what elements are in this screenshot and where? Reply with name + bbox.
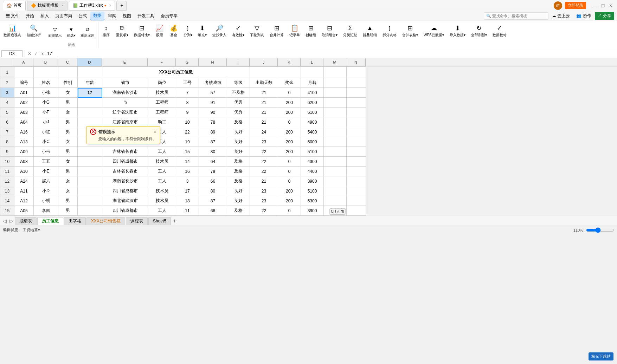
- cell-n10[interactable]: [347, 157, 366, 167]
- add-tab-btn[interactable]: +: [116, 1, 127, 11]
- cell-h15[interactable]: 66: [199, 206, 227, 216]
- menu-devtools[interactable]: 开发工具: [135, 12, 157, 20]
- menu-data[interactable]: 数据: [90, 12, 104, 20]
- cell-i7[interactable]: 良好: [227, 127, 250, 137]
- cell-b10[interactable]: 王五: [34, 157, 58, 167]
- cell-e4[interactable]: 市: [102, 98, 148, 108]
- col-header-m[interactable]: M: [323, 58, 346, 66]
- cell-b4[interactable]: 小G: [34, 98, 58, 108]
- cell-j10[interactable]: 22: [250, 157, 278, 167]
- ribbon-data-verify[interactable]: ✓ 数据校对: [490, 22, 509, 40]
- cell-e6[interactable]: 江苏省南京市: [102, 117, 148, 127]
- cell-d3[interactable]: 17: [78, 88, 102, 98]
- cell-e9[interactable]: 吉林省长春市: [102, 147, 148, 157]
- ribbon-split-column[interactable]: ⫿ 分列▾: [181, 22, 194, 40]
- sheet-tab-grid[interactable]: 田字格: [64, 217, 86, 225]
- tab-workbook[interactable]: 📗 工作簿3.xlsx ● ×: [69, 1, 115, 11]
- tab-template[interactable]: 🔶 找板壳模板 ×: [27, 1, 68, 11]
- cell-h14[interactable]: 87: [199, 196, 227, 206]
- ribbon-pivot-table[interactable]: 📊 数据透视表: [1, 22, 23, 40]
- cell-c9[interactable]: 男: [58, 147, 78, 157]
- cell-b7[interactable]: 小红: [34, 127, 58, 137]
- menu-review[interactable]: 审阅: [105, 12, 119, 20]
- cell-n7[interactable]: [347, 127, 366, 137]
- cell-k7[interactable]: 200: [278, 127, 301, 137]
- ribbon-duplicate[interactable]: ⧉ 重复项▾: [114, 22, 130, 40]
- cell-i4[interactable]: 优秀: [227, 98, 250, 108]
- row-header-9[interactable]: 9: [0, 147, 14, 157]
- row-header-15[interactable]: 15: [0, 206, 14, 216]
- cell-d10[interactable]: [78, 157, 102, 167]
- close-btn[interactable]: ×: [607, 2, 614, 9]
- row-header-6[interactable]: 6: [0, 117, 14, 127]
- menu-start[interactable]: 开始: [23, 12, 37, 20]
- cell-m13[interactable]: [324, 186, 347, 196]
- cell-m5[interactable]: [324, 108, 347, 117]
- login-button[interactable]: 立即登录: [565, 2, 586, 9]
- cell-a10[interactable]: A08: [14, 157, 34, 167]
- sheet-tab-course[interactable]: 课程表: [126, 217, 148, 225]
- cell-f4[interactable]: 工程师: [148, 98, 176, 108]
- col-header-e[interactable]: E: [102, 58, 148, 66]
- cell-a1[interactable]: [14, 67, 34, 78]
- cancel-formula-icon[interactable]: ✕: [27, 51, 32, 56]
- cell-b2[interactable]: 姓名: [34, 78, 58, 88]
- row-header-2[interactable]: 2: [0, 78, 14, 88]
- cell-k11[interactable]: 0: [278, 167, 301, 176]
- row-header-11[interactable]: 11: [0, 167, 14, 176]
- cell-a5[interactable]: A03: [14, 108, 34, 117]
- col-header-j[interactable]: J: [250, 58, 278, 66]
- cell-k13[interactable]: 200: [278, 186, 301, 196]
- cell-e3[interactable]: 湖南省长沙市: [102, 88, 148, 98]
- cell-f3[interactable]: 技术员: [148, 88, 176, 98]
- tab-template-close[interactable]: ×: [62, 4, 64, 7]
- cell-b8[interactable]: 小C: [34, 137, 58, 147]
- cell-c7[interactable]: 男: [58, 127, 78, 137]
- cell-l13[interactable]: 5100: [301, 186, 324, 196]
- col-header-f[interactable]: F: [148, 58, 176, 66]
- cell-c5[interactable]: 女: [58, 108, 78, 117]
- cell-h6[interactable]: 78: [199, 117, 227, 127]
- col-header-g[interactable]: G: [176, 58, 199, 66]
- cell-n1[interactable]: [347, 67, 366, 78]
- cell-g10[interactable]: 14: [176, 157, 199, 167]
- cell-f2[interactable]: 岗位: [148, 78, 176, 88]
- sheet-tab-grades[interactable]: 成绩表: [15, 217, 37, 225]
- cell-l5[interactable]: 6100: [301, 108, 324, 117]
- sheet-tab-employees[interactable]: 员工信息: [37, 217, 63, 225]
- sheet-tab-sheet5[interactable]: Sheet5: [148, 217, 171, 225]
- ribbon-subtotal[interactable]: Σ 分类汇总: [341, 22, 359, 40]
- cell-m7[interactable]: [324, 127, 347, 137]
- cell-a4[interactable]: A02: [14, 98, 34, 108]
- menu-pagelayout[interactable]: 页面布局: [52, 12, 75, 20]
- cell-d14[interactable]: [78, 196, 102, 206]
- ribbon-dropdown-list[interactable]: ▽ 下拉列表: [248, 22, 266, 40]
- cell-l4[interactable]: 6200: [301, 98, 324, 108]
- cell-i8[interactable]: 良好: [227, 137, 250, 147]
- cell-j6[interactable]: 21: [250, 117, 278, 127]
- ribbon-reapply[interactable]: ↺ 重新应用: [78, 25, 97, 39]
- cell-g9[interactable]: 15: [176, 147, 199, 157]
- cell-j8[interactable]: 23: [250, 137, 278, 147]
- cell-k10[interactable]: 0: [278, 157, 301, 167]
- cell-e5[interactable]: 辽宁省沈阳市: [102, 108, 148, 117]
- cell-n13[interactable]: [347, 186, 366, 196]
- col-header-c[interactable]: C: [58, 58, 77, 66]
- cell-l11[interactable]: 4400: [301, 167, 324, 176]
- cell-i6[interactable]: 及格: [227, 117, 250, 127]
- cell-m6[interactable]: [324, 117, 347, 127]
- cell-j3[interactable]: 21: [250, 88, 278, 98]
- cell-h3[interactable]: 57: [199, 88, 227, 98]
- cell-m10[interactable]: [324, 157, 347, 167]
- cell-l14[interactable]: 5300: [301, 196, 324, 206]
- cell-b9[interactable]: 小韦: [34, 147, 58, 157]
- cell-g13[interactable]: 17: [176, 186, 199, 196]
- cell-f11[interactable]: 工人: [148, 167, 176, 176]
- formula-status[interactable]: 工资结算▾: [23, 227, 40, 233]
- cell-f12[interactable]: 工人: [148, 176, 176, 186]
- cell-l9[interactable]: 5100: [301, 147, 324, 157]
- row-header-5[interactable]: 5: [0, 108, 14, 117]
- cell-k5[interactable]: 200: [278, 108, 301, 117]
- cell-c4[interactable]: 男: [58, 98, 78, 108]
- cell-k6[interactable]: 0: [278, 117, 301, 127]
